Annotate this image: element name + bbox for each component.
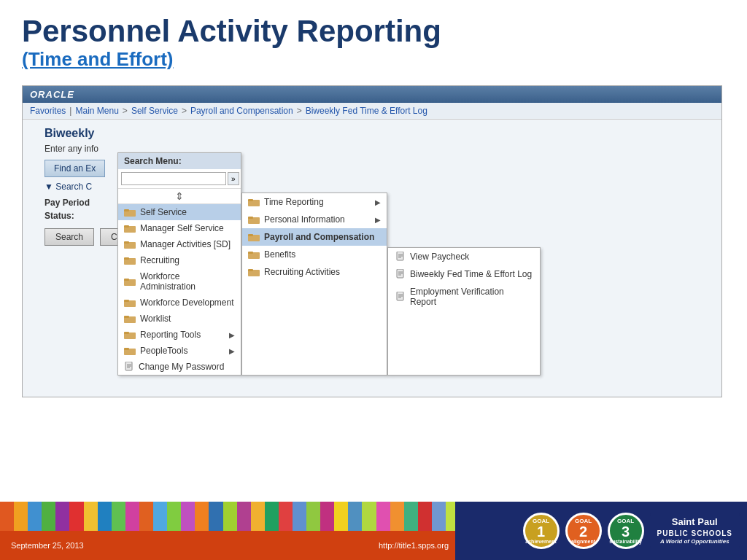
folder-icon-mss	[124, 224, 136, 233]
svg-rect-23	[248, 199, 253, 201]
breadcrumb-biweekly[interactable]: Biweekly Fed Time & Effort Log	[306, 106, 427, 116]
folder-icon-self-service	[124, 208, 136, 217]
svg-rect-29	[248, 252, 253, 254]
payroll-submenu-biweekly[interactable]: Biweekly Fed Time & Effort Log	[388, 265, 540, 283]
mosaic-tile	[265, 502, 279, 531]
oracle-ui: ORACLE Favorites | Main Menu > Self Serv…	[22, 85, 722, 397]
payroll-submenu-view-paycheck[interactable]: View Paycheck	[388, 248, 540, 265]
svg-rect-11	[124, 300, 129, 302]
folder-icon-benefits	[248, 250, 260, 259]
breadcrumb-self-service[interactable]: Self Service	[131, 106, 178, 116]
biweekly-header: Biweekly	[44, 127, 714, 140]
menu-item-change-password[interactable]: Change My Password	[118, 359, 241, 375]
mosaic-tile	[293, 502, 306, 531]
mosaic-tile	[209, 502, 222, 531]
menu-item-workforce-admin[interactable]: Workforce Administration	[118, 268, 241, 295]
breadcrumb-bar: Favorites | Main Menu > Self Service > P…	[23, 103, 721, 120]
submenu-item-payroll[interactable]: Payroll and Compensation	[242, 228, 387, 246]
page-header: Personnel Activity Reporting (Time and E…	[0, 0, 747, 78]
mosaic-bar	[0, 502, 460, 531]
submenu-item-benefits[interactable]: Benefits	[242, 246, 387, 263]
search-menu-panel: Search Menu: » ⇕ Self Service	[117, 152, 241, 376]
svg-rect-15	[124, 332, 129, 334]
folder-icon-worklist	[124, 314, 136, 323]
mosaic-tile	[98, 502, 112, 531]
goal-2-badge: GOAL 2 alignment	[565, 513, 602, 549]
folder-icon-recruiting	[124, 256, 136, 265]
mosaic-tile	[125, 502, 139, 531]
mosaic-tile	[55, 502, 69, 531]
oracle-topbar: ORACLE	[23, 86, 721, 103]
mosaic-tile	[69, 502, 83, 531]
footer: September 25, 2013 http://title1.spps.or…	[0, 502, 747, 560]
submenu-list: Time Reporting ▶ Personal Information ▶	[242, 193, 387, 281]
menu-item-manager-self-service[interactable]: Manager Self Service	[118, 220, 241, 236]
menu-item-self-service[interactable]: Self Service	[118, 204, 241, 220]
menu-item-worklist[interactable]: Worklist	[118, 311, 241, 327]
breadcrumb-payroll[interactable]: Payroll and Compensation	[190, 106, 293, 116]
find-employee-button[interactable]: Find an Ex	[44, 160, 105, 177]
arrow-right-pt: ▶	[229, 347, 235, 355]
oracle-logo: ORACLE	[30, 89, 74, 100]
status-label: Status:	[44, 211, 103, 221]
mosaic-tile	[181, 502, 195, 531]
payroll-submenu: View Paycheck Biweekly Fed Time & Effort…	[387, 247, 541, 376]
arrow-right-pi: ▶	[375, 216, 381, 224]
mosaic-tile	[139, 502, 153, 531]
folder-icon-payroll	[248, 233, 260, 241]
mosaic-tile	[167, 502, 181, 531]
menu-item-manager-activities[interactable]: Manager Activities [SD]	[118, 236, 241, 252]
menu-item-peopletools[interactable]: PeopleTools ▶	[118, 343, 241, 359]
mosaic-tile	[404, 502, 418, 531]
search-menu-input[interactable]	[121, 172, 226, 185]
pay-period-label: Pay Period	[44, 198, 103, 208]
mosaic-tile	[390, 502, 404, 531]
main-menu-list: Self Service Manager Self Service Manage…	[118, 204, 241, 375]
svg-rect-25	[248, 217, 253, 219]
footer-date: September 25, 2013	[11, 541, 84, 550]
breadcrumb-favorites[interactable]: Favorites	[30, 106, 66, 116]
arrow-right-rt: ▶	[229, 331, 235, 339]
payroll-submenu-list: View Paycheck Biweekly Fed Time & Effort…	[388, 248, 540, 311]
mosaic-tile	[42, 502, 55, 531]
submenu-item-personal-info[interactable]: Personal Information ▶	[242, 211, 387, 228]
svg-rect-1	[124, 209, 129, 211]
page-subtitle[interactable]: (Time and Effort)	[22, 48, 725, 71]
folder-icon-ma	[124, 240, 136, 249]
search-go-button[interactable]: »	[228, 172, 239, 185]
mosaic-tile	[0, 502, 14, 531]
saint-paul-logo: Saint Paul PUBLIC SCHOOLS A World of Opp…	[650, 513, 740, 549]
svg-rect-27	[248, 234, 253, 236]
svg-rect-7	[124, 257, 129, 260]
menu-arrows: ⇕	[118, 188, 241, 204]
submenu-item-time-reporting[interactable]: Time Reporting ▶	[242, 193, 387, 211]
mosaic-tile	[432, 502, 446, 531]
goal-1-badge: GOAL 1 achievement	[523, 513, 560, 549]
search-button[interactable]: Search	[44, 228, 94, 246]
doc-icon-vp	[395, 252, 406, 262]
submenu-item-recruiting-activities[interactable]: Recruiting Activities	[242, 263, 387, 281]
mosaic-tile	[28, 502, 42, 531]
arrow-right-tr: ▶	[375, 198, 381, 206]
mosaic-tile	[362, 502, 376, 531]
mosaic-tile	[112, 502, 125, 531]
goal-3-badge: GOAL 3 sustainability	[608, 513, 644, 549]
doc-icon-bw	[395, 269, 406, 279]
breadcrumb-main-menu[interactable]: Main Menu	[75, 106, 118, 116]
search-menu-header: Search Menu:	[118, 153, 241, 169]
svg-rect-5	[124, 241, 129, 244]
payroll-submenu-employment-verification[interactable]: Employment Verification Report	[388, 283, 540, 311]
menu-item-workforce-dev[interactable]: Workforce Development	[118, 295, 241, 311]
footer-url: http://title1.spps.org	[379, 541, 449, 550]
mosaic-tile	[418, 502, 432, 531]
mosaic-tile	[14, 502, 28, 531]
mosaic-tile	[348, 502, 362, 531]
menu-item-reporting-tools[interactable]: Reporting Tools ▶	[118, 327, 241, 343]
folder-icon-pt	[124, 346, 136, 355]
mosaic-tile	[251, 502, 265, 531]
folder-icon-rt	[124, 330, 136, 339]
menu-container: Search Menu: » ⇕ Self Service	[117, 152, 541, 376]
mosaic-tile	[84, 502, 98, 531]
menu-item-recruiting[interactable]: Recruiting	[118, 252, 241, 268]
mosaic-tile	[320, 502, 334, 531]
